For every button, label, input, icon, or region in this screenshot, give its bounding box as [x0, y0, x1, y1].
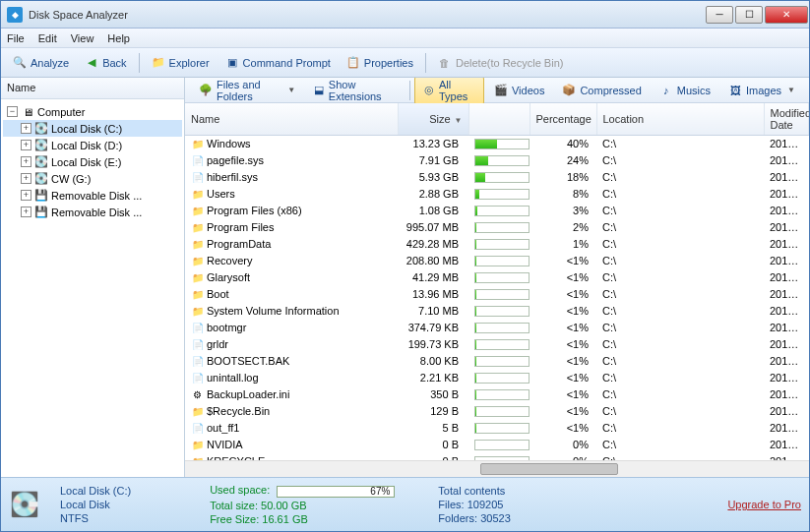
- cell-name: 📁Glarysoft: [185, 269, 398, 286]
- table-row[interactable]: 📁Program Files (x86)1.08 GB3%C:\2014/07/…: [185, 203, 809, 219]
- tree-item-label: Local Disk (C:): [51, 123, 122, 135]
- cell-location: C:\: [596, 253, 764, 269]
- table-row[interactable]: 📄bootmgr374.79 KB<1%C:\2010/11/21 11:23:: [185, 320, 809, 336]
- scrollbar-thumb[interactable]: [480, 463, 618, 475]
- status-filesystem: NTFS: [60, 512, 131, 524]
- table-row[interactable]: 📁$Recycle.Bin129 B<1%C:\2014/05/19 16:20…: [185, 403, 809, 420]
- table-row[interactable]: 📁Users2.88 GB8%C:\2014/05/21 13:04:: [185, 186, 809, 203]
- cell-bar: [468, 453, 530, 461]
- file-type-icon: ⚙: [191, 389, 204, 400]
- file-table-wrap[interactable]: Name Size▼ Percentage Location Modified …: [185, 103, 809, 460]
- musics-filter[interactable]: ♪Musics: [652, 82, 718, 99]
- file-type-icon: 📁: [191, 139, 204, 149]
- properties-button[interactable]: 📋Properties: [341, 53, 419, 73]
- toolbar-separator: [139, 53, 140, 73]
- column-name[interactable]: Name: [185, 103, 398, 136]
- tree-root[interactable]: − 🖥 Computer: [3, 103, 182, 120]
- column-location[interactable]: Location: [596, 103, 764, 136]
- analyze-button[interactable]: 🔍Analyze: [7, 53, 75, 73]
- percentage-bar: [474, 389, 530, 400]
- all-types-filter[interactable]: ◎All Types: [414, 78, 484, 105]
- cell-location: C:\: [596, 386, 764, 403]
- table-row[interactable]: 📄BOOTSECT.BAK8.00 KB<1%C:\2014/05/19 16:…: [185, 353, 809, 370]
- expand-icon[interactable]: +: [21, 123, 31, 134]
- expand-icon[interactable]: +: [21, 173, 31, 184]
- window-title: Disk Space Analyzer: [29, 9, 705, 21]
- table-row[interactable]: 📄grldr199.73 KB<1%C:\2014/05/19 16:28:: [185, 336, 809, 353]
- menu-edit[interactable]: Edit: [38, 32, 57, 44]
- collapse-icon[interactable]: −: [7, 106, 18, 117]
- cell-name: 📁Windows: [185, 136, 398, 152]
- extensions-icon: ⬓: [313, 84, 325, 97]
- table-row[interactable]: 📄hiberfil.sys5.93 GB18%C:\2014/08/08 08:…: [185, 169, 809, 186]
- table-row[interactable]: 📁Windows13.23 GB40%C:\2014/08/04 08:51:: [185, 136, 809, 152]
- expand-icon[interactable]: +: [21, 207, 31, 217]
- tree-item[interactable]: +💽CW (G:): [3, 170, 182, 187]
- tree-item[interactable]: +💽Local Disk (C:): [3, 120, 182, 137]
- command-prompt-button[interactable]: ▣Command Prompt: [219, 53, 337, 73]
- table-row[interactable]: 📁KRECYCLE0 B0%C:\2014/05/22 14:18:: [185, 453, 809, 461]
- show-extensions-button[interactable]: ⬓Show Extensions: [305, 78, 405, 104]
- expand-icon[interactable]: +: [21, 156, 31, 167]
- back-button[interactable]: ◀Back: [79, 53, 132, 73]
- percentage-bar: [474, 239, 530, 250]
- percentage-bar: [474, 139, 530, 149]
- file-type-icon: 📁: [191, 256, 204, 266]
- expand-icon[interactable]: +: [21, 190, 31, 201]
- table-row[interactable]: 📁Glarysoft41.29 MB<1%C:\2014/07/24 09:56…: [185, 269, 809, 286]
- properties-label: Properties: [364, 57, 413, 69]
- tree-item-label: CW (G:): [51, 173, 91, 185]
- percentage-bar: [474, 206, 530, 216]
- cell-location: C:\: [596, 320, 764, 336]
- cell-size: 199.73 KB: [398, 336, 468, 353]
- drive-icon: 💾: [34, 206, 48, 218]
- upgrade-link[interactable]: Upgrade to Pro: [727, 499, 801, 510]
- explorer-button[interactable]: 📁Explorer: [146, 53, 216, 73]
- table-row[interactable]: ⚙BackupLoader.ini350 B<1%C:\2014/06/17 0…: [185, 386, 809, 403]
- column-bar[interactable]: [468, 103, 530, 136]
- cell-percentage: 24%: [530, 152, 596, 169]
- maximize-button[interactable]: ☐: [735, 6, 763, 24]
- cell-location: C:\: [596, 269, 764, 286]
- tree-item[interactable]: +💾Removable Disk ...: [3, 204, 182, 220]
- menu-help[interactable]: Help: [107, 32, 130, 44]
- table-row[interactable]: 📁Recovery208.80 MB<1%C:\2014/05/19 16:17…: [185, 253, 809, 269]
- tree-sidebar: Name − 🖥 Computer +💽Local Disk (C:)+💽Loc…: [1, 78, 185, 477]
- images-filter[interactable]: 🖼Images▼: [720, 82, 803, 99]
- tree-item[interactable]: +💽Local Disk (D:): [3, 137, 182, 153]
- files-folders-filter[interactable]: 🌳Files and Folders▼: [191, 78, 303, 104]
- status-contents-info: Total contents Files: 109205 Folders: 30…: [438, 485, 510, 524]
- cell-modified: 2014/05/22 14:18:: [764, 453, 809, 461]
- percentage-bar: [474, 456, 530, 461]
- drive-icon: 💽: [34, 172, 48, 185]
- table-row[interactable]: 📄pagefile.sys7.91 GB24%C:\2014/08/08 08:…: [185, 152, 809, 169]
- column-percentage[interactable]: Percentage: [530, 103, 596, 136]
- table-row[interactable]: 📁Program Files995.07 MB2%C:\2014/06/03 0…: [185, 219, 809, 236]
- table-row[interactable]: 📁NVIDIA0 B0%C:\2014/05/22 14:31:: [185, 437, 809, 453]
- compressed-filter[interactable]: 📦Compressed: [554, 82, 649, 99]
- table-row[interactable]: 📄unintall.log2.21 KB<1%C:\2014/05/22 14:…: [185, 370, 809, 386]
- file-type-icon: 📁: [191, 272, 204, 283]
- cell-size: 8.00 KB: [398, 353, 468, 370]
- tree-item[interactable]: +💽Local Disk (E:): [3, 153, 182, 170]
- menu-file[interactable]: File: [7, 32, 25, 44]
- videos-filter[interactable]: 🎬Videos: [486, 82, 552, 99]
- column-modified[interactable]: Modified Date: [764, 103, 809, 136]
- cell-percentage: 3%: [530, 203, 596, 219]
- delete-button[interactable]: 🗑Delete(to Recycle Bin): [432, 53, 569, 73]
- menu-view[interactable]: View: [71, 32, 94, 44]
- tree-header: Name: [1, 78, 184, 99]
- column-size[interactable]: Size▼: [398, 103, 468, 136]
- folders-count: 30523: [480, 512, 511, 524]
- table-row[interactable]: 📁Boot13.96 MB<1%C:\2014/05/19 16:09:: [185, 286, 809, 303]
- expand-icon[interactable]: +: [21, 140, 31, 150]
- cell-size: 5.93 GB: [398, 169, 468, 186]
- table-row[interactable]: 📁ProgramData429.28 MB1%C:\2014/07/28 14:…: [185, 236, 809, 253]
- close-button[interactable]: ✕: [765, 6, 808, 24]
- horizontal-scrollbar[interactable]: [185, 460, 809, 477]
- cell-modified: 2010/11/21 11:23:: [764, 320, 809, 336]
- table-row[interactable]: 📄out_ff15 B<1%C:\2014/07/25 11:56:: [185, 420, 809, 437]
- table-row[interactable]: 📁System Volume Information7.10 MB<1%C:\2…: [185, 303, 809, 320]
- minimize-button[interactable]: ─: [706, 6, 733, 24]
- tree-item[interactable]: +💾Removable Disk ...: [3, 187, 182, 204]
